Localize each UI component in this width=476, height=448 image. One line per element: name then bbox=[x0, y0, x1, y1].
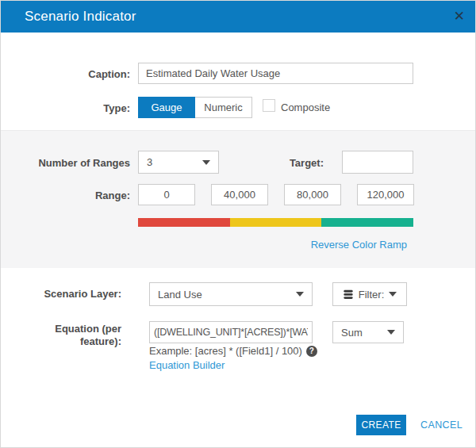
filter-button[interactable]: Filter: bbox=[332, 282, 407, 306]
target-label: Target: bbox=[223, 157, 324, 170]
equation-label-line2: feature): bbox=[17, 335, 121, 348]
aggregation-select[interactable]: Sum bbox=[332, 321, 404, 343]
target-input[interactable] bbox=[342, 151, 413, 174]
number-of-ranges-select[interactable]: 3 bbox=[138, 151, 219, 174]
close-icon[interactable]: ✕ bbox=[454, 1, 465, 33]
equation-example-text: Example: [acres] * ([Field1] / 100) bbox=[149, 345, 302, 357]
dialog-header: Scenario Indicator ✕ bbox=[1, 1, 476, 33]
chevron-down-icon bbox=[296, 292, 304, 297]
cancel-link[interactable]: CANCEL bbox=[420, 419, 463, 431]
equation-input[interactable] bbox=[149, 321, 313, 343]
type-option-gauge[interactable]: Gauge bbox=[138, 97, 195, 118]
aggregation-value: Sum bbox=[341, 327, 363, 339]
dialog-title: Scenario Indicator bbox=[25, 1, 136, 33]
equation-builder-link[interactable]: Equation Builder bbox=[149, 359, 225, 371]
color-ramp bbox=[138, 218, 413, 227]
help-icon[interactable]: ? bbox=[306, 346, 317, 357]
scenario-layer-value: Land Use bbox=[158, 289, 202, 301]
scenario-layer-label: Scenario Layer: bbox=[17, 288, 121, 301]
type-label: Type: bbox=[33, 102, 130, 115]
chevron-down-icon bbox=[202, 160, 210, 165]
number-of-ranges-value: 3 bbox=[147, 156, 152, 168]
create-button[interactable]: CREATE bbox=[356, 415, 406, 435]
layers-icon bbox=[343, 289, 354, 300]
caption-input[interactable] bbox=[138, 63, 413, 84]
equation-example: Example: [acres] * ([Field1] / 100) ? bbox=[149, 345, 317, 357]
equation-label-line1: Equation (per bbox=[17, 323, 121, 335]
caption-label: Caption: bbox=[33, 68, 130, 81]
color-ramp-segment-green bbox=[321, 218, 413, 227]
range-label: Range: bbox=[1, 190, 130, 202]
chevron-down-icon bbox=[389, 292, 397, 297]
range-input-2[interactable] bbox=[211, 184, 268, 205]
range-input-1[interactable] bbox=[138, 184, 195, 205]
range-input-4[interactable] bbox=[357, 184, 414, 205]
range-input-3[interactable] bbox=[284, 184, 341, 205]
composite-checkbox[interactable] bbox=[263, 99, 275, 112]
reverse-color-ramp-link[interactable]: Reverse Color Ramp bbox=[311, 239, 407, 251]
number-of-ranges-label: Number of Ranges bbox=[1, 157, 130, 170]
type-segmented-control: Gauge Numeric bbox=[138, 97, 252, 118]
color-ramp-segment-red bbox=[138, 218, 230, 227]
scenario-layer-select[interactable]: Land Use bbox=[149, 282, 313, 306]
ranges-section: Number of Ranges 3 Target: Range: Revers… bbox=[1, 130, 476, 268]
color-ramp-segment-yellow bbox=[230, 218, 322, 227]
filter-label: Filter: bbox=[359, 289, 385, 301]
composite-label: Composite bbox=[281, 101, 330, 113]
scenario-indicator-dialog: Scenario Indicator ✕ Caption: Type: Gaug… bbox=[0, 0, 476, 448]
chevron-down-icon bbox=[387, 330, 395, 335]
equation-label: Equation (per feature): bbox=[17, 323, 121, 348]
type-option-numeric[interactable]: Numeric bbox=[195, 97, 252, 118]
